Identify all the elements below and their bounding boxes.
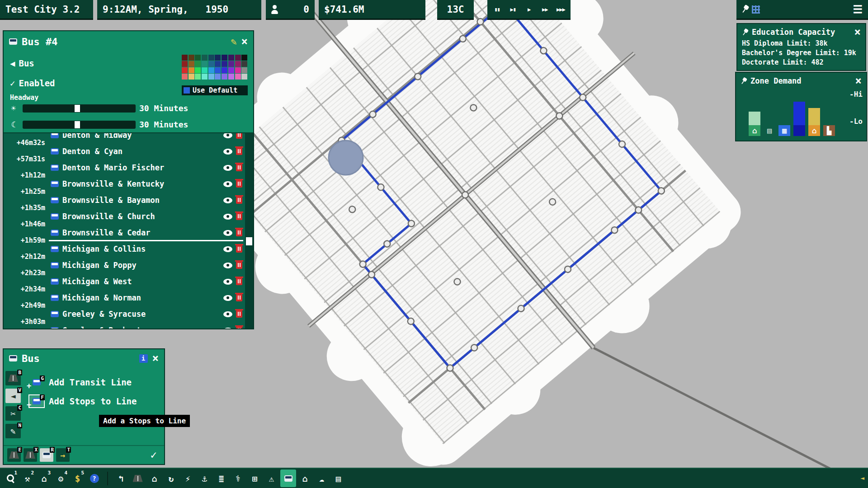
fastest-forward-button[interactable]: ▶▶▶: [553, 4, 569, 15]
mixed-residential-demand[interactable]: ▤: [763, 125, 776, 136]
pin-icon[interactable]: [740, 4, 750, 15]
road-tool[interactable]: B: [5, 371, 21, 385]
color-swatch[interactable]: [202, 55, 208, 61]
color-swatch[interactable]: [241, 67, 247, 73]
color-swatch[interactable]: [202, 61, 208, 67]
delete-stop-icon[interactable]: [236, 229, 242, 236]
color-swatch[interactable]: [235, 61, 241, 67]
color-swatch[interactable]: [195, 55, 201, 61]
retail-demand[interactable]: ⌂: [807, 108, 821, 136]
stop-row[interactable]: +1h59mBrownsville & Cedar: [4, 225, 253, 241]
slider-thumb[interactable]: [75, 121, 80, 128]
stop-row[interactable]: +57m31sDenton & Cyan: [4, 143, 253, 160]
close-button[interactable]: ×: [855, 75, 862, 86]
delete-stop-icon[interactable]: [236, 278, 242, 285]
delete-stop-icon[interactable]: [236, 164, 242, 171]
construction-tool[interactable]: ⚒2: [19, 469, 35, 487]
day-headway-slider[interactable]: ☀ 30 Minutes: [8, 103, 188, 113]
track-tool[interactable]: →T: [56, 448, 70, 462]
color-swatch[interactable]: [182, 61, 188, 67]
delete-stop-icon[interactable]: [236, 180, 242, 188]
delete-stop-icon[interactable]: [236, 213, 242, 220]
residential-demand[interactable]: ⌂: [748, 112, 761, 136]
stop-row[interactable]: +1h12mDenton & Mario Fischer: [4, 160, 253, 176]
delete-stop-icon[interactable]: [236, 197, 242, 204]
dock-tool[interactable]: ⚓: [197, 469, 212, 487]
visibility-toggle-icon[interactable]: [223, 165, 232, 171]
delete-stop-icon[interactable]: [236, 327, 242, 328]
loop-tool[interactable]: ↻: [163, 469, 179, 487]
stop-row[interactable]: +2h23mMichigan & Poppy: [4, 257, 253, 273]
visibility-toggle-icon[interactable]: [223, 263, 232, 268]
stop-row[interactable]: +2h34mMichigan & West: [4, 273, 253, 290]
color-swatch[interactable]: [235, 55, 241, 61]
stop-row[interactable]: +2h12mMichigan & Collins: [4, 241, 253, 257]
pin-icon[interactable]: [739, 76, 748, 85]
delete-stop-icon[interactable]: [236, 148, 242, 155]
visibility-toggle-icon[interactable]: [223, 328, 232, 329]
color-swatch[interactable]: [195, 74, 201, 80]
bus-route-tool[interactable]: R: [40, 448, 53, 462]
color-swatch[interactable]: [189, 67, 194, 73]
transit-tool[interactable]: [280, 469, 296, 487]
rename-icon[interactable]: ✎: [231, 36, 236, 47]
close-button[interactable]: ×: [152, 353, 159, 364]
query-tool[interactable]: 1: [3, 469, 19, 487]
color-swatch[interactable]: [241, 74, 247, 80]
color-swatch[interactable]: [208, 67, 214, 73]
visibility-toggle-icon[interactable]: [223, 246, 232, 252]
pause-button[interactable]: ▮▮: [489, 4, 505, 15]
color-swatch[interactable]: [222, 55, 227, 61]
close-button[interactable]: ×: [854, 27, 861, 38]
confirm-button[interactable]: ✓: [151, 449, 160, 461]
node-tool[interactable]: ✎N: [5, 424, 21, 438]
delete-stop-icon[interactable]: [236, 245, 242, 253]
crossing-tool[interactable]: X: [24, 448, 37, 462]
close-button[interactable]: ×: [241, 36, 248, 47]
night-headway-slider[interactable]: ☾ 30 Minutes: [8, 120, 188, 129]
stops-scrollbar[interactable]: [245, 133, 253, 328]
color-swatch[interactable]: [215, 61, 221, 67]
rail-tool[interactable]: ≣: [213, 469, 229, 487]
stop-row[interactable]: +1h35mBrownsville & Bayamon: [4, 192, 253, 208]
color-swatch[interactable]: [208, 55, 214, 61]
visibility-toggle-icon[interactable]: [223, 149, 232, 155]
color-swatch[interactable]: [189, 61, 194, 67]
menu-icon[interactable]: ☰: [853, 3, 863, 16]
road-tool[interactable]: [130, 469, 146, 487]
weather-tool[interactable]: ☁: [314, 469, 330, 487]
vehicle-tool[interactable]: ⊞: [247, 469, 263, 487]
budget-tool[interactable]: $5: [70, 469, 85, 487]
grid-icon[interactable]: [752, 5, 760, 14]
color-swatch[interactable]: [215, 55, 221, 61]
color-swatch[interactable]: [189, 74, 194, 80]
visibility-toggle-icon[interactable]: [223, 230, 232, 236]
power-tool[interactable]: ⚡: [180, 469, 196, 487]
building-tool[interactable]: ⌂: [146, 469, 162, 487]
stop-row[interactable]: +1h46mBrownsville & Church: [4, 208, 253, 225]
visibility-toggle-icon[interactable]: [223, 279, 232, 285]
weather-segment[interactable]: 13C: [437, 0, 474, 20]
color-swatch[interactable]: [235, 74, 241, 80]
scrollbar-thumb[interactable]: [246, 237, 252, 245]
color-swatch[interactable]: [215, 74, 221, 80]
stop-row[interactable]: +2h49mMichigan & Norman: [4, 290, 253, 306]
view-tool[interactable]: ◄V: [5, 389, 21, 403]
back-button[interactable]: ◀ Bus: [10, 58, 34, 68]
cut-tool[interactable]: ✂C: [5, 406, 21, 421]
visibility-toggle-icon[interactable]: [223, 181, 232, 187]
use-default-button[interactable]: Use Default: [182, 85, 248, 95]
color-swatch[interactable]: [222, 74, 227, 80]
color-swatch[interactable]: [228, 61, 234, 67]
color-swatch[interactable]: [222, 67, 227, 73]
visibility-toggle-icon[interactable]: [223, 214, 232, 220]
visibility-toggle-icon[interactable]: [223, 197, 232, 203]
delete-stop-icon[interactable]: [236, 132, 242, 139]
color-swatch[interactable]: [195, 61, 201, 67]
industrial-demand[interactable]: ▙: [822, 125, 836, 136]
expressway-tool[interactable]: E: [7, 448, 21, 462]
collapse-toolbar-button[interactable]: ◄: [860, 474, 864, 482]
fast-forward-button[interactable]: ▶▶: [537, 4, 553, 15]
color-swatch[interactable]: [215, 67, 221, 73]
delete-stop-icon[interactable]: [236, 310, 242, 318]
